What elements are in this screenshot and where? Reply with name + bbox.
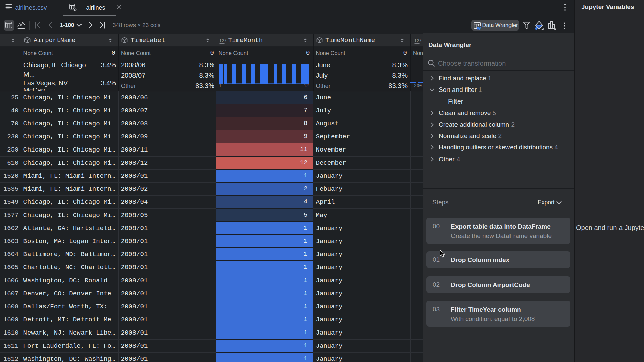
svg-text:W: W	[477, 26, 481, 31]
